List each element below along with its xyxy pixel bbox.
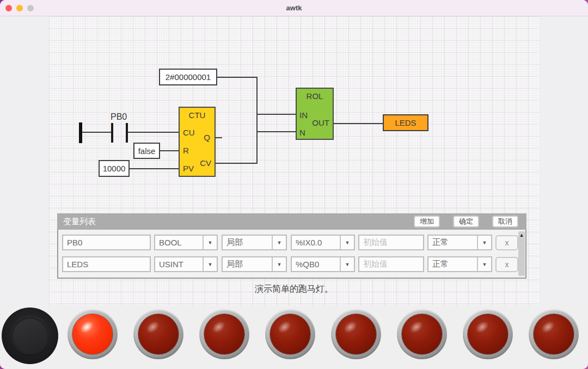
panel-body: PB0 BOOL▼ 局部▼ %IX0.0▼ 初始值 正常▼ x LEDS USI…	[57, 230, 526, 279]
led-indicator	[199, 309, 249, 359]
chevron-down-icon[interactable]: ▼	[203, 236, 217, 249]
contact-bar[interactable]	[111, 123, 113, 143]
scroll-up-icon[interactable]: ▲	[518, 231, 525, 239]
delete-row-button[interactable]: x	[495, 235, 518, 250]
power-rail	[79, 122, 82, 143]
led-bulb	[270, 313, 311, 355]
led-indicator	[397, 309, 447, 359]
chevron-down-icon[interactable]: ▼	[272, 257, 286, 271]
push-button[interactable]	[2, 308, 58, 364]
ctu-title: CTU	[180, 110, 215, 120]
led-indicator	[265, 309, 315, 359]
chevron-down-icon[interactable]: ▼	[340, 257, 354, 271]
rol-pin-in: IN	[299, 110, 308, 120]
variable-init-input[interactable]: 初始值	[358, 235, 424, 250]
wire	[256, 114, 296, 115]
variable-init-input[interactable]: 初始值	[358, 256, 424, 272]
variable-address-dropdown[interactable]: %IX0.0▼	[291, 235, 355, 250]
push-button-cap	[13, 319, 47, 353]
indicator-strip	[0, 306, 588, 369]
led-gleam	[539, 319, 556, 336]
wire	[217, 77, 258, 78]
cancel-button[interactable]: 取消	[492, 216, 518, 227]
variable-address-dropdown[interactable]: %QB0▼	[291, 256, 355, 272]
wire	[160, 150, 179, 151]
ctu-pin-cv: CV	[200, 158, 211, 168]
led-gleam	[275, 319, 293, 336]
chevron-down-icon[interactable]: ▼	[203, 257, 217, 271]
led-bulb	[72, 313, 113, 355]
variable-list-panel: 变量列表 增加 确定 取消 PB0 BOOL▼ 局部▼ %IX0.0▼ 初始值 …	[57, 213, 526, 279]
ok-button[interactable]: 确定	[453, 216, 479, 227]
chevron-down-icon[interactable]: ▼	[477, 257, 491, 271]
wire	[216, 163, 258, 164]
contact-label: PB0	[111, 112, 127, 122]
delete-row-button[interactable]: x	[495, 257, 518, 272]
ctu-pin-cu: CU	[183, 128, 195, 137]
variable-type-dropdown[interactable]: BOOL▼	[154, 235, 218, 250]
panel-title: 变量列表	[63, 217, 96, 227]
leds-output-box[interactable]: LEDS	[383, 114, 428, 131]
led-gleam	[144, 319, 161, 336]
wire	[334, 123, 383, 124]
led-bulb	[533, 313, 574, 355]
led-indicator	[463, 309, 513, 359]
led-bulb	[204, 313, 245, 355]
vertical-scrollbar[interactable]: ▲	[518, 231, 525, 276]
led-gleam	[341, 319, 359, 336]
led-bulb	[138, 313, 179, 355]
preset-constant-box[interactable]: 10000	[99, 160, 130, 177]
contact-bar[interactable]	[126, 123, 128, 143]
led-bulb	[401, 313, 443, 355]
variable-scope-dropdown[interactable]: 局部▼	[222, 256, 287, 272]
app-window: awtk PB0 2#00000001 false 10000 CTU CU R…	[0, 0, 588, 369]
led-gleam	[78, 319, 95, 336]
ctu-pin-r: R	[183, 146, 189, 155]
wire	[256, 77, 258, 164]
wire	[130, 168, 179, 169]
rol-pin-out: OUT	[312, 118, 329, 127]
variable-name-input[interactable]: PB0	[62, 235, 151, 250]
reset-constant-box[interactable]: false	[133, 143, 160, 159]
ctu-pin-pv: PV	[183, 164, 194, 173]
rol-block[interactable]: ROL IN N OUT	[296, 88, 334, 140]
led-gleam	[407, 319, 425, 336]
wire	[216, 137, 222, 138]
wire	[256, 131, 296, 132]
variable-type-dropdown[interactable]: USINT▼	[154, 256, 218, 272]
variable-status-dropdown[interactable]: 正常▼	[427, 235, 492, 250]
variable-status-dropdown[interactable]: 正常▼	[427, 256, 492, 272]
demo-caption: 演示简单的跑马灯。	[0, 284, 588, 295]
led-indicator	[331, 309, 381, 359]
wire	[82, 132, 112, 133]
led-indicator	[133, 309, 183, 359]
ctu-block[interactable]: CTU CU R PV Q CV	[179, 107, 216, 177]
led-bulb	[335, 313, 377, 355]
add-button[interactable]: 增加	[414, 216, 440, 227]
chevron-down-icon[interactable]: ▼	[477, 236, 491, 249]
led-bulb	[467, 313, 509, 355]
variable-name-input[interactable]: LEDS	[62, 256, 151, 272]
panel-header[interactable]: 变量列表 增加 确定 取消	[57, 213, 526, 230]
chevron-down-icon[interactable]: ▼	[272, 236, 286, 249]
ctu-pin-q: Q	[204, 133, 210, 142]
rol-pin-n: N	[299, 128, 305, 137]
led-gleam	[210, 319, 227, 336]
wire	[128, 132, 179, 133]
led-gleam	[473, 319, 491, 336]
led-indicator	[68, 309, 118, 359]
rol-title: ROL	[297, 91, 333, 101]
led-indicator	[529, 309, 579, 359]
variable-scope-dropdown[interactable]: 局部▼	[222, 235, 287, 250]
pattern-constant-box[interactable]: 2#00000001	[159, 69, 217, 85]
chevron-down-icon[interactable]: ▼	[340, 236, 354, 249]
